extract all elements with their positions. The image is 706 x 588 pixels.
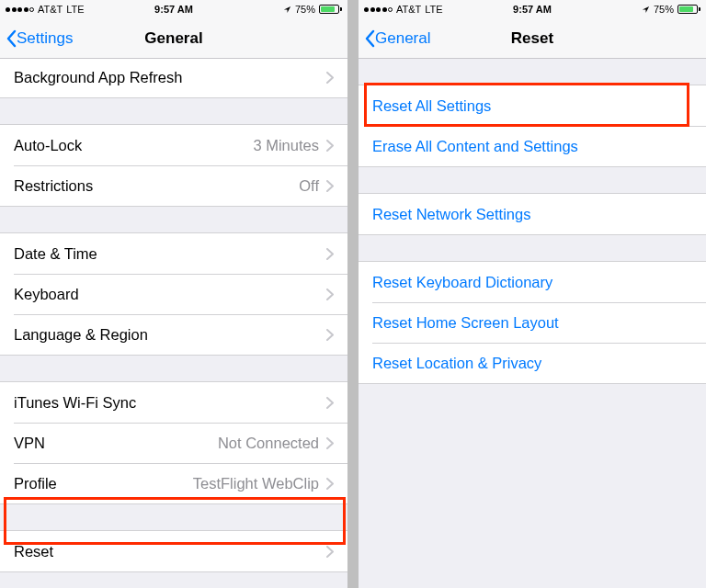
row-reset-location-privacy[interactable]: Reset Location & Privacy — [359, 343, 706, 383]
nav-bar: General Reset — [359, 18, 706, 59]
row-label: Restrictions — [14, 177, 299, 195]
battery-pct-label: 75% — [295, 4, 315, 15]
row-vpn[interactable]: VPN Not Connected — [0, 423, 347, 463]
nav-bar: Settings General — [0, 18, 347, 59]
back-label: Settings — [17, 29, 73, 48]
chevron-right-icon — [326, 180, 334, 192]
network-label: LTE — [66, 4, 84, 15]
row-date-time[interactable]: Date & Time — [0, 233, 347, 274]
row-label: Reset All Settings — [372, 97, 692, 115]
page-title: Reset — [511, 29, 553, 48]
chevron-right-icon — [326, 288, 334, 300]
row-label: Auto-Lock — [14, 137, 253, 154]
row-itunes-wifi-sync[interactable]: iTunes Wi-Fi Sync — [0, 382, 347, 423]
row-label: Reset Location & Privacy — [372, 355, 692, 372]
row-reset-keyboard-dictionary[interactable]: Reset Keyboard Dictionary — [359, 262, 706, 302]
back-button[interactable]: Settings — [0, 29, 73, 48]
reset-list[interactable]: Reset All Settings Erase All Content and… — [359, 59, 706, 588]
row-label: Keyboard — [14, 286, 326, 303]
clock-label: 9:57 AM — [154, 4, 193, 15]
row-reset-all-settings[interactable]: Reset All Settings — [359, 85, 706, 126]
row-erase-all-content[interactable]: Erase All Content and Settings — [359, 126, 706, 166]
row-profile[interactable]: Profile TestFlight WebClip — [0, 463, 347, 503]
row-label: Reset Keyboard Dictionary — [372, 274, 692, 291]
carrier-label: AT&T — [38, 4, 63, 15]
row-label: VPN — [14, 435, 218, 452]
battery-icon — [678, 5, 700, 14]
row-auto-lock[interactable]: Auto-Lock 3 Minutes — [0, 125, 347, 165]
back-label: General — [375, 29, 430, 48]
row-language-region[interactable]: Language & Region — [0, 314, 347, 355]
chevron-right-icon — [326, 248, 334, 260]
row-label: iTunes Wi-Fi Sync — [14, 394, 326, 412]
phone-general: AT&T LTE 9:57 AM 75% Settings General Ba… — [0, 0, 353, 588]
chevron-right-icon — [326, 478, 334, 490]
row-label: Erase All Content and Settings — [372, 138, 692, 155]
back-button[interactable]: General — [359, 29, 430, 48]
location-icon — [283, 6, 291, 14]
battery-icon — [319, 5, 342, 14]
signal-dots-icon — [6, 7, 34, 12]
row-label: Language & Region — [14, 326, 326, 344]
chevron-right-icon — [326, 140, 334, 152]
phone-reset: AT&T LTE 9:57 AM 75% General Reset Reset… — [353, 0, 706, 588]
row-value: 3 Minutes — [253, 137, 319, 154]
network-label: LTE — [425, 4, 442, 15]
chevron-right-icon — [326, 437, 334, 449]
row-background-app-refresh[interactable]: Background App Refresh — [0, 57, 347, 97]
row-keyboard[interactable]: Keyboard — [0, 274, 347, 314]
row-label: Profile — [14, 475, 193, 492]
row-label: Reset Network Settings — [372, 206, 692, 223]
settings-list[interactable]: Background App Refresh Auto-Lock 3 Minut… — [0, 57, 347, 588]
row-label: Background App Refresh — [14, 69, 326, 86]
row-restrictions[interactable]: Restrictions Off — [0, 165, 347, 206]
row-value: Not Connected — [218, 435, 319, 452]
chevron-right-icon — [326, 397, 334, 409]
row-reset-network-settings[interactable]: Reset Network Settings — [359, 194, 706, 234]
row-reset-home-screen[interactable]: Reset Home Screen Layout — [359, 302, 706, 343]
carrier-label: AT&T — [396, 4, 421, 15]
chevron-right-icon — [326, 329, 334, 341]
row-label: Date & Time — [14, 245, 326, 263]
status-bar: AT&T LTE 9:57 AM 75% — [359, 0, 706, 18]
row-value: Off — [299, 177, 319, 195]
row-value: TestFlight WebClip — [193, 475, 319, 492]
row-label: Reset Home Screen Layout — [372, 314, 692, 332]
battery-pct-label: 75% — [654, 4, 674, 15]
status-bar: AT&T LTE 9:57 AM 75% — [0, 0, 347, 18]
chevron-left-icon — [364, 29, 375, 48]
location-icon — [642, 6, 650, 14]
chevron-left-icon — [6, 29, 17, 48]
signal-dots-icon — [364, 7, 393, 12]
row-label: Reset — [14, 543, 326, 560]
chevron-right-icon — [326, 546, 334, 558]
page-title: General — [144, 29, 202, 48]
chevron-right-icon — [326, 72, 334, 84]
row-reset[interactable]: Reset — [0, 531, 347, 571]
clock-label: 9:57 AM — [513, 4, 552, 15]
